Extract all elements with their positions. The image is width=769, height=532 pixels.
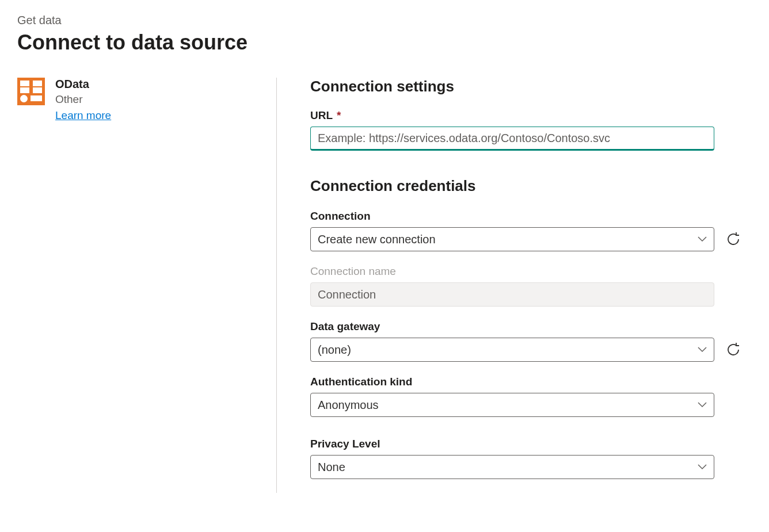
data-gateway-select[interactable]: (none) [310,338,714,362]
page-title: Connect to data source [17,30,752,55]
connection-select-value: Create new connection [318,233,436,246]
breadcrumb: Get data [17,14,752,27]
odata-connector-icon [17,78,45,105]
authentication-kind-select-value: Anonymous [318,399,379,412]
url-input[interactable] [310,127,714,151]
connector-category: Other [55,93,111,106]
chevron-down-icon [698,464,707,470]
connection-label: Connection [310,210,752,223]
refresh-icon [726,342,741,357]
connection-refresh-button[interactable] [725,231,742,248]
url-label-text: URL [310,109,333,121]
connection-name-label: Connection name [310,265,752,278]
vertical-divider [276,78,277,493]
chevron-down-icon [698,402,707,408]
connection-name-input [310,282,714,307]
authentication-kind-label: Authentication kind [310,376,752,388]
gateway-refresh-button[interactable] [725,341,742,358]
privacy-level-label: Privacy Level [310,438,752,450]
data-gateway-select-value: (none) [318,343,351,357]
connector-name: OData [55,78,111,91]
privacy-level-select-value: None [318,461,345,474]
required-indicator: * [337,109,341,121]
privacy-level-select[interactable]: None [310,455,714,479]
refresh-icon [726,232,741,247]
chevron-down-icon [698,347,707,353]
data-gateway-label: Data gateway [310,320,752,333]
learn-more-link[interactable]: Learn more [55,109,111,121]
url-label: URL * [310,109,752,122]
chevron-down-icon [698,236,707,242]
connection-select[interactable]: Create new connection [310,227,714,251]
connection-settings-heading: Connection settings [310,78,752,95]
connection-credentials-heading: Connection credentials [310,177,752,195]
authentication-kind-select[interactable]: Anonymous [310,393,714,417]
